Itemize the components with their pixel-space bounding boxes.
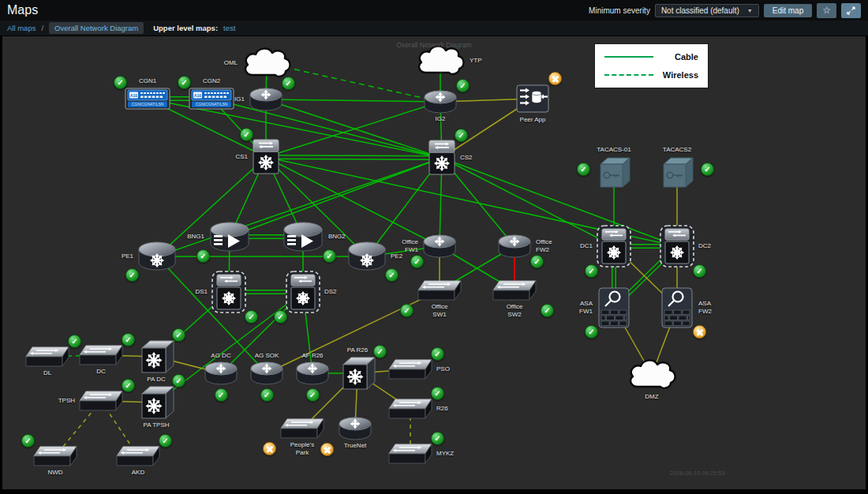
map-node-offw1[interactable]: Office FW1✓ xyxy=(421,234,458,259)
node-label: PA DC xyxy=(147,376,165,384)
status-ok-icon: ✓ xyxy=(693,264,706,278)
map-node-offw2[interactable]: Office FW2✓ xyxy=(496,234,533,259)
wireless-line-sample xyxy=(604,74,653,76)
node-label: AF R26 xyxy=(301,352,323,360)
virtual-switch-icon xyxy=(596,224,632,268)
router-icon xyxy=(294,361,331,386)
fullscreen-button[interactable] xyxy=(841,3,861,18)
status-ok-icon: ✓ xyxy=(701,163,714,176)
map-node-asafw1[interactable]: ASA FW1✓ xyxy=(596,286,632,329)
node-label: Office FW2 xyxy=(536,238,552,253)
status-ok-icon: ✓ xyxy=(196,249,210,263)
node-label: Peer App xyxy=(520,116,546,124)
edit-map-button[interactable]: Edit map xyxy=(764,4,812,17)
map-node-truenet[interactable]: TrueNet xyxy=(337,416,373,441)
node-label: TACACS-01 xyxy=(597,146,630,154)
map-nodes-layer: OMLYTPA10CGN/CGNAT/LSNCGN1✓A10CGN/CGNAT/… xyxy=(2,36,866,489)
map-node-nwd[interactable]: NWD✓ xyxy=(32,444,78,468)
status-ok-icon: ✓ xyxy=(530,255,544,268)
status-ok-icon: ✓ xyxy=(260,388,274,402)
router-icon xyxy=(337,416,373,441)
map-node-pe2[interactable]: PE2✓ xyxy=(346,241,387,272)
map-node-par26[interactable]: PA R26✓ xyxy=(339,355,376,391)
map-node-osw2[interactable]: Office SW2✓ xyxy=(492,279,537,302)
status-ok-icon: ✓ xyxy=(125,268,139,282)
map-node-pso[interactable]: PSO✓ xyxy=(387,357,433,381)
switch-icon xyxy=(24,345,70,369)
router-icon xyxy=(421,234,458,259)
map-node-ppark[interactable]: People's Park xyxy=(279,417,325,440)
status-ok-icon: ✓ xyxy=(431,387,444,400)
min-severity-select[interactable]: Not classified (default) ▼ xyxy=(655,4,759,17)
svg-text:CGN/CGNAT/LSN: CGN/CGNAT/LSN xyxy=(196,102,228,107)
map-node-agdc[interactable]: AG DC✓ xyxy=(203,361,239,386)
map-node-bng1[interactable]: BNG1✓ xyxy=(208,220,252,253)
node-label: AG SOK xyxy=(255,352,279,360)
legend-row-cable: Cable xyxy=(604,52,698,62)
status-ok-icon: ✓ xyxy=(541,304,554,317)
map-node-afr26[interactable]: AF R26✓ xyxy=(294,361,331,386)
node-label: BNG2 xyxy=(328,233,346,241)
node-label: TrueNet xyxy=(344,442,367,450)
node-label: Office SW1 xyxy=(432,303,448,318)
map-node-dcsw[interactable]: DC✓ xyxy=(78,343,124,367)
map-node-ig1[interactable]: IG1✓ xyxy=(248,87,284,112)
map-node-dc2[interactable]: DC2✓ xyxy=(659,224,695,268)
map-node-dc1[interactable]: DC1✓ xyxy=(596,224,632,268)
map-node-ig2[interactable]: IG2✓ xyxy=(422,89,458,114)
map-node-ds1[interactable]: DS1✓ xyxy=(211,270,247,314)
node-label: People's Park xyxy=(290,441,314,456)
map-node-osw1[interactable]: Office SW1✓ xyxy=(417,279,462,302)
status-ok-icon: ✓ xyxy=(431,432,444,445)
tacacs-server-icon xyxy=(660,155,694,189)
map-node-cgn2[interactable]: A10CGN/CGNAT/LSNCGN2✓ xyxy=(189,86,234,111)
map-node-bng2[interactable]: BNG2✓ xyxy=(281,220,325,253)
status-ok-icon: ✓ xyxy=(400,304,413,317)
map-node-agsok[interactable]: AG SOK✓ xyxy=(249,361,285,386)
page-title: Maps xyxy=(7,3,38,17)
map-node-r26[interactable]: R26✓ xyxy=(387,397,433,421)
favourite-button[interactable]: ☆ xyxy=(817,3,836,18)
fullscreen-icon xyxy=(847,6,855,15)
router-icon xyxy=(496,234,533,259)
node-label: IG2 xyxy=(436,115,446,123)
breadcrumb-current-map[interactable]: Overall Network Diagram xyxy=(49,22,144,34)
map-node-akd[interactable]: AKD✓ xyxy=(115,444,161,468)
node-label: DS1 xyxy=(195,288,208,296)
node-label: ASA FW1 xyxy=(579,300,593,315)
cgn-appliance-icon: A10CGN/CGNAT/LSN xyxy=(125,86,170,111)
map-node-peerapp[interactable]: Peer App xyxy=(514,82,551,115)
map-legend: Cable Wireless xyxy=(594,43,709,88)
upper-level-map-link[interactable]: test xyxy=(223,24,235,32)
status-ok-icon: ✓ xyxy=(159,434,172,447)
map-node-patpsh[interactable]: PA TPSH✓ xyxy=(138,384,174,421)
map-node-cs2[interactable]: CS2✓ xyxy=(427,139,457,177)
switch-icon xyxy=(32,444,78,468)
map-node-dl[interactable]: DL✓ xyxy=(24,345,70,369)
map-node-oml[interactable]: OML xyxy=(241,46,293,80)
map-node-dmz[interactable]: DMZ xyxy=(626,357,678,392)
map-node-cs1[interactable]: CS1✓ xyxy=(251,138,281,176)
switch-icon xyxy=(115,444,161,468)
map-node-asafw2[interactable]: ASA FW2 xyxy=(659,286,695,329)
node-label: YTP xyxy=(470,57,482,65)
svg-text:CGN/CGNAT/LSN: CGN/CGNAT/LSN xyxy=(132,102,164,107)
chevron-down-icon: ▼ xyxy=(747,8,753,13)
map-node-mykz[interactable]: MYKZ✓ xyxy=(387,442,433,466)
breadcrumb-all-maps[interactable]: All maps xyxy=(7,24,36,32)
switch-icon xyxy=(387,397,433,421)
node-label: DS2 xyxy=(324,288,337,296)
map-node-padc[interactable]: PA DC✓ xyxy=(138,339,174,375)
map-node-tpsh[interactable]: TPSH✓ xyxy=(78,389,124,413)
map-node-pe1[interactable]: PE1✓ xyxy=(137,241,178,272)
map-node-ds2[interactable]: DS2✓ xyxy=(285,270,321,314)
map-node-cgn1[interactable]: A10CGN/CGNAT/LSNCGN1✓ xyxy=(125,86,170,111)
core-router-icon xyxy=(346,241,387,272)
virtual-switch-icon xyxy=(285,270,321,314)
map-node-tacacs2[interactable]: TACACS2✓ xyxy=(660,155,694,189)
node-label: TACACS2 xyxy=(663,146,691,154)
svg-text:A10: A10 xyxy=(194,93,202,98)
status-ok-icon: ✓ xyxy=(122,333,135,346)
node-label: PA R26 xyxy=(347,346,369,354)
map-node-tacacs1[interactable]: TACACS-01✓ xyxy=(597,155,630,189)
